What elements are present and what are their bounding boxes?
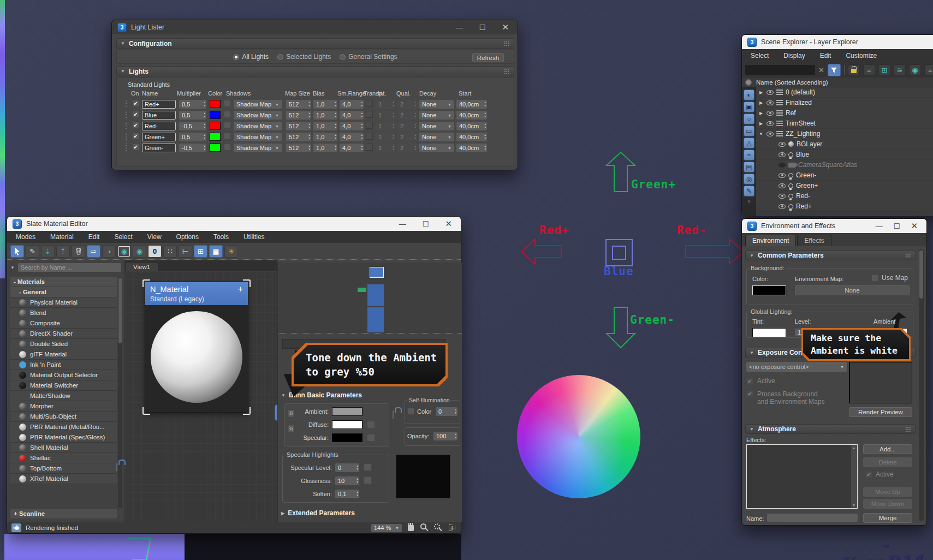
layer-tree-row[interactable]: Red+: [756, 201, 933, 212]
material-list-item[interactable]: Ink 'n Paint: [10, 360, 117, 370]
material-list-item[interactable]: Multi/Sub-Object: [10, 412, 117, 422]
menu-item[interactable]: Tools: [213, 233, 229, 241]
opacity-spinner[interactable]: 100▴▾: [433, 432, 457, 440]
sm-range-spinner[interactable]: 4,0▴▾: [340, 133, 364, 141]
explorer-filter-button[interactable]: ◎: [744, 174, 754, 184]
material-list-item[interactable]: XRef Material: [10, 474, 117, 484]
light-name-field[interactable]: Green-: [142, 144, 176, 152]
glossiness-map-button[interactable]: [364, 476, 372, 484]
explorer-filter-button[interactable]: ≈: [744, 150, 754, 160]
transp-swatch[interactable]: [366, 100, 373, 107]
decay-start-spinner[interactable]: 40,0cm▴▾: [456, 111, 487, 120]
layer-label[interactable]: CameraSquareAtlas: [798, 161, 857, 169]
self-illum-spinner[interactable]: 0▴▾: [436, 407, 457, 416]
ambient-diffuse-lock-icon[interactable]: [393, 411, 394, 419]
shadow-type-dropdown[interactable]: Shadow Map▼: [234, 133, 282, 141]
transp-swatch[interactable]: [366, 111, 373, 118]
tab-environment[interactable]: Environment: [745, 235, 796, 246]
search-input[interactable]: [745, 65, 815, 75]
row-drag-handle[interactable]: [126, 100, 127, 108]
light-name-field[interactable]: Blue: [142, 111, 176, 120]
glossiness-spinner[interactable]: 10▴▾: [335, 476, 359, 485]
explorer-filter-button[interactable]: ○: [744, 114, 754, 124]
specular-level-spinner[interactable]: 0▴▾: [335, 463, 359, 472]
close-icon[interactable]: ✕: [911, 221, 918, 231]
intensity-spinner[interactable]: 1▴▾: [376, 133, 395, 141]
eye-icon[interactable]: [779, 204, 786, 209]
exposure-active-checkbox[interactable]: ✔Active: [746, 377, 775, 385]
layer-settings-icon[interactable]: ≡: [924, 64, 933, 75]
decay-dropdown[interactable]: None▼: [419, 133, 454, 141]
layer-label[interactable]: Red-: [796, 192, 810, 200]
refresh-button[interactable]: Refresh: [472, 53, 504, 62]
material-list-item[interactable]: Material Output Selector: [10, 370, 117, 380]
material-list-item[interactable]: Shell Material: [10, 443, 117, 453]
eye-icon[interactable]: [766, 132, 774, 136]
row-drag-handle[interactable]: [126, 122, 127, 129]
sm-range-spinner[interactable]: 4,0▴▾: [340, 144, 364, 152]
env-titlebar[interactable]: 3 Environment and Effects — ☐ ✕: [742, 219, 926, 233]
zoom-region-icon[interactable]: [434, 523, 443, 532]
map-size-spinner[interactable]: 512▴▾: [286, 144, 311, 152]
menu-item[interactable]: Select: [751, 52, 769, 59]
expand-icon[interactable]: ▶: [758, 111, 764, 116]
layer-label[interactable]: Red+: [796, 202, 812, 210]
bias-spinner[interactable]: 1,0▴▾: [313, 100, 337, 109]
expand-icon[interactable]: ▶: [758, 90, 764, 95]
search-by-name-input[interactable]: Search by Name ...: [18, 263, 121, 272]
exposure-control-dropdown[interactable]: <no exposure control>▼: [746, 362, 847, 372]
delete-effect-button[interactable]: Delete: [863, 457, 912, 467]
layer-hierarchy-icon[interactable]: ⊞: [878, 64, 890, 75]
lights-rollout[interactable]: ▼ Lights: [116, 66, 514, 76]
layer-label[interactable]: BGLayer: [797, 140, 822, 148]
light-color-swatch[interactable]: [210, 122, 221, 130]
menu-item[interactable]: Material: [50, 233, 74, 241]
move-children-button[interactable]: ⇨: [87, 245, 100, 258]
ambient-swatch[interactable]: [332, 407, 362, 416]
eye-icon[interactable]: [766, 111, 774, 116]
intensity-spinner[interactable]: 1▴▾: [376, 111, 395, 120]
explorer-filter-button[interactable]: ▭: [744, 126, 754, 136]
minimize-icon[interactable]: —: [876, 222, 883, 230]
lock-icon[interactable]: [848, 64, 860, 75]
layout-children-button[interactable]: ⊢: [179, 245, 192, 258]
light-name-field[interactable]: Red+: [142, 100, 176, 109]
environment-map-button[interactable]: None: [795, 285, 910, 295]
shadow-on-checkbox[interactable]: ✔: [224, 100, 231, 107]
layer-label[interactable]: 0 (default): [786, 88, 815, 96]
material-list-item[interactable]: Composite: [10, 318, 117, 329]
show-shaded-in-viewport-button[interactable]: ◉: [117, 245, 131, 258]
menu-item[interactable]: View: [147, 233, 162, 241]
pan-hand-icon[interactable]: [407, 523, 415, 532]
light-on-checkbox[interactable]: ✔: [132, 111, 139, 118]
eye-icon[interactable]: [779, 152, 786, 157]
layer-tree-row[interactable]: ▶ TrimSheet: [756, 118, 933, 129]
explorer-filter-button[interactable]: ◐: [744, 90, 754, 100]
multiplier-spinner[interactable]: 0,5▴▾: [179, 100, 206, 109]
explorer-filter-button[interactable]: ▤: [744, 162, 754, 172]
row-drag-handle[interactable]: [126, 111, 127, 118]
quality-spinner[interactable]: 2▴▾: [397, 100, 417, 109]
light-color-swatch[interactable]: [210, 144, 221, 152]
eye-icon[interactable]: [779, 142, 786, 147]
expand-icon[interactable]: ▶: [758, 100, 764, 105]
radio-all-lights[interactable]: All Lights: [233, 53, 269, 61]
general-group-header[interactable]: - General: [10, 287, 117, 297]
layer-tree-row[interactable]: ▶ Finalized: [756, 98, 933, 108]
map-size-spinner[interactable]: 512▴▾: [286, 133, 311, 141]
effects-listbox[interactable]: ▲ ▼: [746, 444, 858, 509]
minimize-icon[interactable]: —: [399, 220, 406, 228]
node-header[interactable]: N_Material+ Standard (Legacy): [145, 282, 248, 305]
multiplier-spinner[interactable]: -0,5▴▾: [179, 122, 206, 130]
menu-item[interactable]: Select: [114, 233, 132, 241]
multiplier-spinner[interactable]: 0,5▴▾: [179, 111, 206, 120]
show-realistic-button[interactable]: ◉: [133, 245, 146, 258]
process-background-checkbox[interactable]: ✔Process Backgroundand Environment Maps: [746, 390, 824, 406]
layer-label[interactable]: Blue: [796, 151, 809, 158]
put-to-library-button[interactable]: ⇡: [56, 245, 70, 258]
layer-tree-row[interactable]: CameraSquareAtlas: [756, 160, 933, 170]
material-list-item[interactable]: Morpher: [10, 401, 117, 412]
layer-tree-row[interactable]: BGLayer: [756, 139, 933, 150]
sm-range-spinner[interactable]: 4,0▴▾: [340, 100, 364, 109]
shadow-type-dropdown[interactable]: Shadow Map▼: [234, 122, 282, 130]
